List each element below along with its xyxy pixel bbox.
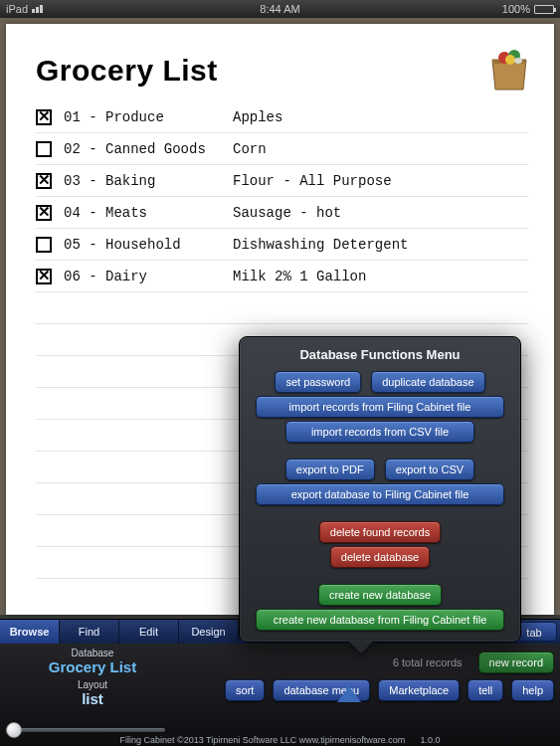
- footer: Filing Cabinet ©2013 Tipirneni Software …: [0, 735, 560, 745]
- item-name: Milk 2% 1 Gallon: [233, 269, 528, 284]
- list-item[interactable]: 06 - DairyMilk 2% 1 Gallon: [36, 261, 528, 292]
- popover-title: Database Functions Menu: [248, 343, 512, 368]
- checkbox[interactable]: [36, 205, 52, 221]
- database-label: Database: [10, 648, 175, 658]
- layout-up-icon[interactable]: [337, 686, 361, 702]
- tell-button[interactable]: tell: [467, 679, 503, 701]
- item-name: Dishwashing Detergent: [233, 237, 528, 253]
- blank-line: [36, 292, 528, 324]
- export-csv-button[interactable]: export to CSV: [385, 459, 474, 480]
- marketplace-button[interactable]: Marketplace: [378, 679, 460, 701]
- item-category: 01 - Produce: [64, 109, 233, 125]
- clock: 8:44 AM: [0, 3, 560, 15]
- item-category: 03 - Baking: [64, 173, 233, 189]
- item-name: Flour - All Purpose: [233, 173, 528, 189]
- checkbox[interactable]: [36, 237, 52, 253]
- import-csv-button[interactable]: import records from CSV file: [285, 421, 474, 443]
- delete-found-records-button[interactable]: delete found records: [319, 521, 441, 543]
- svg-point-2: [505, 55, 515, 65]
- set-password-button[interactable]: set password: [275, 371, 361, 393]
- list-item[interactable]: 03 - BakingFlour - All Purpose: [36, 165, 528, 197]
- import-filing-cabinet-button[interactable]: import records from Filing Cabinet file: [256, 396, 504, 418]
- item-name: Corn: [233, 141, 528, 157]
- tab-edit[interactable]: Edit: [119, 620, 179, 644]
- create-database-button[interactable]: create new database: [318, 584, 442, 606]
- grocery-bag-icon: [484, 46, 534, 92]
- footer-copyright: Filing Cabinet ©2013 Tipirneni Software …: [120, 735, 406, 745]
- list-item[interactable]: 04 - MeatsSausage - hot: [36, 197, 528, 229]
- list-item[interactable]: 05 - HouseholdDishwashing Detergent: [36, 229, 528, 261]
- database-name[interactable]: Grocery List: [10, 658, 175, 675]
- layout-name[interactable]: list: [10, 690, 175, 707]
- item-name: Sausage - hot: [233, 205, 528, 221]
- status-bar: iPad 8:44 AM 100%: [0, 0, 560, 18]
- item-category: 05 - Household: [64, 237, 233, 253]
- database-functions-popover: Database Functions Menu set password dup…: [239, 336, 521, 643]
- tab-browse[interactable]: Browse: [0, 620, 60, 644]
- records-summary: 6 total records: [393, 656, 470, 668]
- duplicate-database-button[interactable]: duplicate database: [371, 371, 484, 393]
- tab-find[interactable]: Find: [60, 620, 119, 644]
- checkbox[interactable]: [36, 141, 52, 157]
- page-title: Grocery List: [36, 54, 528, 88]
- footer-version: 1.0.0: [420, 735, 440, 745]
- help-button[interactable]: help: [511, 679, 554, 701]
- list-item[interactable]: 02 - Canned GoodsCorn: [36, 133, 528, 165]
- checkbox[interactable]: [36, 173, 52, 189]
- export-pdf-button[interactable]: export to PDF: [285, 459, 375, 480]
- item-category: 04 - Meats: [64, 205, 233, 221]
- create-database-from-fc-button[interactable]: create new database from Filing Cabinet …: [256, 609, 504, 631]
- sort-button[interactable]: sort: [225, 679, 265, 701]
- record-slider[interactable]: [6, 728, 165, 732]
- svg-point-3: [514, 58, 522, 64]
- export-filing-cabinet-button[interactable]: export database to Filing Cabinet file: [256, 483, 504, 505]
- tab-design[interactable]: Design: [179, 620, 239, 644]
- delete-database-button[interactable]: delete database: [330, 546, 430, 568]
- battery-icon: [534, 5, 554, 14]
- layout-label: Layout: [10, 679, 175, 690]
- new-record-button[interactable]: new record: [478, 652, 554, 673]
- item-name: Apples: [233, 109, 528, 125]
- list-item[interactable]: 01 - ProduceApples: [36, 101, 528, 133]
- checkbox[interactable]: [36, 269, 52, 284]
- item-category: 02 - Canned Goods: [64, 141, 233, 157]
- checkbox[interactable]: [36, 109, 52, 125]
- item-category: 06 - Dairy: [64, 269, 233, 284]
